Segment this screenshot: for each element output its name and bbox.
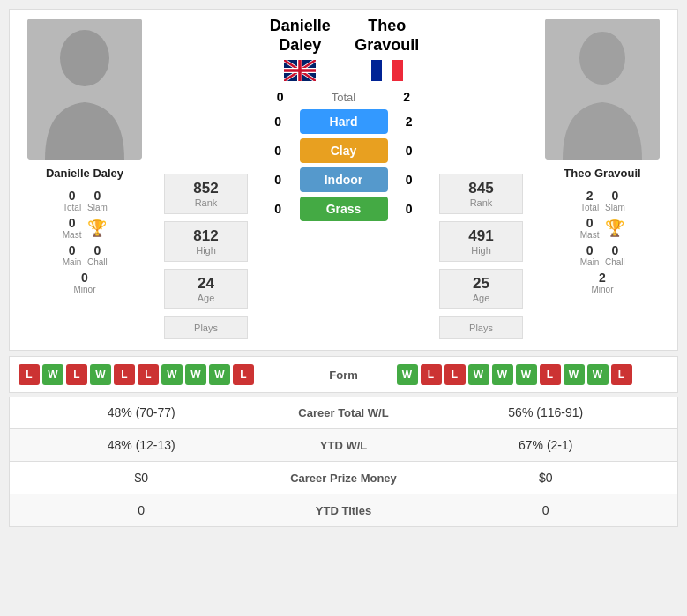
player1-mini-stats: 0 Total 0 Slam 0 Mast 🏆 0 Main [62,189,108,294]
player1-chall: 0 [87,243,108,257]
form-label: Form [291,368,397,382]
form-pill: W [468,364,489,385]
player2-rank-label: Rank [444,197,519,208]
player1-rank-label: Rank [168,197,243,208]
clay-button[interactable]: Clay [300,138,388,163]
form-pill: L [540,364,561,385]
player1-main-label: Main [62,257,82,267]
prize-money-row: $0 Career Prize Money $0 [9,462,678,494]
form-pill: W [397,364,418,385]
ytd-titles-row: 0 YTD Titles 0 [9,494,678,527]
player1-total-label: Total [62,203,82,212]
player1-high-box: 812 High [164,221,248,262]
indoor-right: 0 [388,173,431,187]
svg-point-1 [60,30,109,86]
player1-card: Danielle Daley 0 Total 0 Slam 0 Mast 🏆 [10,10,160,350]
player1-flag [284,60,316,81]
ytd-titles-label: YTD Titles [265,504,423,517]
player1-chall-label: Chall [87,257,108,267]
grass-button[interactable]: Grass [300,197,388,221]
player2-plays-label: Plays [444,323,519,333]
svg-rect-5 [392,60,403,81]
player2-slam-label: Slam [605,203,625,212]
player2-chall: 0 [605,243,625,257]
player1-main: 0 [62,243,82,257]
svg-rect-3 [371,60,382,81]
names-row: Danielle Daley Theo Gravouil [257,17,430,55]
ytd-titles-right: 0 [423,503,669,517]
player2-main: 0 [579,243,600,257]
player2-high-value: 491 [444,227,519,245]
ytd-wl-right: 67% (2-1) [423,438,669,452]
indoor-button[interactable]: Indoor [300,167,388,192]
player2-trophy-icon: 🏆 [605,219,624,238]
form-pill: W [161,364,183,385]
player1-minor: 0 [62,271,108,285]
player2-age-label: Age [444,293,519,303]
indoor-row: 0 Indoor 0 [257,167,430,192]
player1-slam-label: Slam [87,203,108,212]
indoor-left: 0 [257,173,300,187]
player2-mini-stats: 2 Total 0 Slam 0 Mast 🏆 0 Main [579,189,625,294]
player1-plays-label: Plays [168,323,243,333]
svg-rect-4 [382,60,392,81]
player1-form-pills: LWLWLLWWWL [19,364,291,385]
player2-card: Theo Gravouil 2 Total 0 Slam 0 Mast 🏆 [527,10,677,350]
player2-chall-label: Chall [605,257,625,267]
form-pill: L [66,364,87,385]
player1-age-label: Age [168,293,243,303]
player2-heading: Theo Gravouil [344,17,431,55]
form-pill: L [114,364,135,385]
player2-age-box: 25 Age [439,269,523,309]
career-total-left: 48% (70-77) [19,405,265,419]
player1-mast-label: Mast [62,230,82,240]
player1-name: Danielle Daley [46,167,123,180]
player1-high-label: High [168,245,243,256]
player2-rank-value: 845 [444,180,519,197]
player2-name: Theo Gravouil [564,167,640,180]
player2-mast: 0 [579,216,600,230]
player1-age-value: 24 [168,275,243,293]
form-pill: L [19,364,40,385]
prize-money-left: $0 [19,471,265,485]
clay-row: 0 Clay 0 [257,138,430,163]
total-row: 0 Total 2 [257,90,430,104]
ytd-wl-row: 48% (12-13) YTD W/L 67% (2-1) [9,429,678,462]
grass-row: 0 Grass 0 [257,197,430,221]
player1-rank-value: 852 [168,180,243,197]
form-pill: L [138,364,159,385]
player1-mast: 0 [62,216,82,230]
form-pill: W [564,364,585,385]
player1-age-box: 24 Age [164,269,248,309]
player2-avatar [545,19,660,160]
player2-age-value: 25 [444,275,519,293]
player1-rank-box: 852 Rank [164,174,248,214]
ytd-wl-left: 48% (12-13) [19,438,265,452]
form-pill: W [90,364,111,385]
player2-main-label: Main [579,257,600,267]
prize-money-right: $0 [423,471,669,485]
player1-slam: 0 [87,189,108,203]
hard-button[interactable]: Hard [300,109,388,134]
grass-right: 0 [388,202,431,216]
form-pill: L [611,364,632,385]
hard-row: 0 Hard 2 [257,109,430,134]
form-section: LWLWLLWWWL Form WLLWWWLWWL [9,356,678,393]
player2-high-label: High [444,245,519,256]
ytd-wl-label: YTD W/L [265,439,423,452]
form-pill: W [185,364,206,385]
clay-left: 0 [257,144,300,158]
center-column: Danielle Daley Theo Gravouil [252,10,435,350]
player2-form-pills: WLLWWWLWWL [397,364,669,385]
flags-row [257,60,430,81]
grass-left: 0 [257,202,300,216]
svg-point-7 [579,32,625,85]
player1-trophy-icon: 🏆 [87,219,107,238]
form-pill: W [42,364,63,385]
player2-minor: 2 [579,271,625,285]
player2-slam: 0 [605,189,625,203]
career-total-label: Career Total W/L [265,406,423,419]
prize-money-label: Career Prize Money [265,471,423,485]
player1-high-value: 812 [168,227,243,245]
player2-plays-box: Plays [439,316,523,339]
